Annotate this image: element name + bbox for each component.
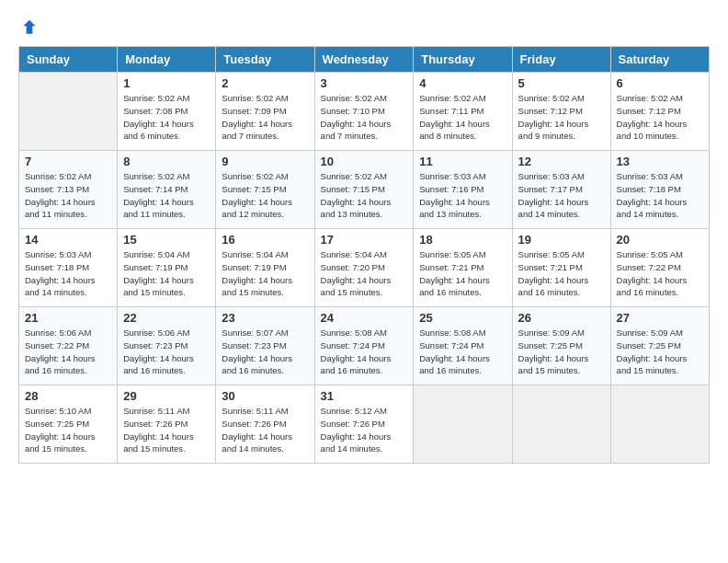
calendar-cell: 22Sunrise: 5:06 AM Sunset: 7:23 PM Dayli…: [118, 307, 216, 385]
day-number: 17: [321, 233, 408, 247]
calendar-cell: [19, 73, 118, 151]
day-info: Sunrise: 5:02 AM Sunset: 7:12 PM Dayligh…: [518, 92, 605, 143]
day-info: Sunrise: 5:02 AM Sunset: 7:09 PM Dayligh…: [222, 92, 308, 143]
day-number: 25: [419, 311, 506, 325]
column-header-monday: Monday: [118, 47, 216, 73]
day-info: Sunrise: 5:03 AM Sunset: 7:16 PM Dayligh…: [419, 170, 506, 221]
day-number: 7: [25, 155, 111, 168]
calendar-cell: 19Sunrise: 5:05 AM Sunset: 7:21 PM Dayli…: [512, 229, 610, 307]
day-number: 16: [222, 233, 308, 247]
day-number: 28: [25, 389, 111, 403]
day-info: Sunrise: 5:09 AM Sunset: 7:25 PM Dayligh…: [518, 327, 605, 377]
day-info: Sunrise: 5:11 AM Sunset: 7:26 PM Dayligh…: [123, 405, 210, 455]
day-number: 13: [617, 155, 703, 168]
day-number: 20: [617, 233, 703, 247]
day-info: Sunrise: 5:05 AM Sunset: 7:21 PM Dayligh…: [518, 248, 605, 299]
day-number: 6: [617, 76, 703, 90]
calendar-cell: 25Sunrise: 5:08 AM Sunset: 7:24 PM Dayli…: [414, 307, 512, 385]
day-number: 23: [222, 311, 308, 325]
day-info: Sunrise: 5:03 AM Sunset: 7:18 PM Dayligh…: [617, 170, 703, 221]
calendar-cell: 27Sunrise: 5:09 AM Sunset: 7:25 PM Dayli…: [610, 307, 709, 385]
day-info: Sunrise: 5:02 AM Sunset: 7:12 PM Dayligh…: [617, 92, 703, 143]
day-info: Sunrise: 5:10 AM Sunset: 7:25 PM Dayligh…: [25, 405, 111, 455]
day-number: 27: [617, 311, 703, 325]
day-info: Sunrise: 5:09 AM Sunset: 7:25 PM Dayligh…: [617, 327, 703, 377]
calendar-week-row: 1Sunrise: 5:02 AM Sunset: 7:08 PM Daylig…: [19, 73, 710, 151]
day-info: Sunrise: 5:08 AM Sunset: 7:24 PM Dayligh…: [419, 327, 506, 377]
day-number: 4: [419, 76, 506, 90]
calendar-cell: [610, 385, 709, 464]
calendar-cell: 7Sunrise: 5:02 AM Sunset: 7:13 PM Daylig…: [19, 151, 118, 229]
day-info: Sunrise: 5:08 AM Sunset: 7:24 PM Dayligh…: [321, 327, 408, 377]
calendar-cell: 28Sunrise: 5:10 AM Sunset: 7:25 PM Dayli…: [19, 385, 118, 464]
calendar-cell: 24Sunrise: 5:08 AM Sunset: 7:24 PM Dayli…: [314, 307, 414, 385]
calendar-cell: [414, 385, 512, 464]
day-info: Sunrise: 5:12 AM Sunset: 7:26 PM Dayligh…: [321, 405, 408, 455]
day-number: 31: [321, 389, 408, 403]
calendar-cell: 15Sunrise: 5:04 AM Sunset: 7:19 PM Dayli…: [118, 229, 216, 307]
page-header: [18, 18, 710, 37]
column-header-sunday: Sunday: [19, 47, 118, 73]
calendar-cell: 17Sunrise: 5:04 AM Sunset: 7:20 PM Dayli…: [314, 229, 414, 307]
day-number: 19: [518, 233, 605, 247]
calendar-cell: 10Sunrise: 5:02 AM Sunset: 7:15 PM Dayli…: [314, 151, 414, 229]
day-info: Sunrise: 5:02 AM Sunset: 7:14 PM Dayligh…: [123, 170, 210, 221]
calendar-cell: 13Sunrise: 5:03 AM Sunset: 7:18 PM Dayli…: [610, 151, 709, 229]
day-number: 30: [222, 389, 308, 403]
calendar-cell: 1Sunrise: 5:02 AM Sunset: 7:08 PM Daylig…: [118, 73, 216, 151]
day-info: Sunrise: 5:03 AM Sunset: 7:17 PM Dayligh…: [518, 170, 605, 221]
calendar-cell: 26Sunrise: 5:09 AM Sunset: 7:25 PM Dayli…: [512, 307, 610, 385]
calendar-cell: 9Sunrise: 5:02 AM Sunset: 7:15 PM Daylig…: [216, 151, 314, 229]
day-number: 12: [518, 155, 605, 168]
day-number: 8: [123, 155, 210, 168]
day-number: 10: [321, 155, 408, 168]
day-number: 29: [123, 389, 210, 403]
calendar-cell: 29Sunrise: 5:11 AM Sunset: 7:26 PM Dayli…: [118, 385, 216, 464]
day-number: 5: [518, 76, 605, 90]
day-info: Sunrise: 5:06 AM Sunset: 7:22 PM Dayligh…: [25, 327, 111, 377]
column-header-wednesday: Wednesday: [314, 47, 414, 73]
calendar-cell: 21Sunrise: 5:06 AM Sunset: 7:22 PM Dayli…: [19, 307, 118, 385]
day-number: 26: [518, 311, 605, 325]
calendar-cell: 18Sunrise: 5:05 AM Sunset: 7:21 PM Dayli…: [414, 229, 512, 307]
day-number: 21: [25, 311, 111, 325]
day-number: 2: [222, 76, 308, 90]
day-info: Sunrise: 5:04 AM Sunset: 7:19 PM Dayligh…: [222, 248, 308, 299]
day-number: 22: [123, 311, 210, 325]
day-info: Sunrise: 5:02 AM Sunset: 7:10 PM Dayligh…: [321, 92, 408, 143]
column-header-friday: Friday: [512, 47, 610, 73]
calendar-cell: 20Sunrise: 5:05 AM Sunset: 7:22 PM Dayli…: [610, 229, 709, 307]
day-number: 14: [25, 233, 111, 247]
day-number: 3: [321, 76, 408, 90]
calendar-cell: 30Sunrise: 5:11 AM Sunset: 7:26 PM Dayli…: [216, 385, 314, 464]
calendar-cell: 16Sunrise: 5:04 AM Sunset: 7:19 PM Dayli…: [216, 229, 314, 307]
day-info: Sunrise: 5:02 AM Sunset: 7:13 PM Dayligh…: [25, 170, 111, 221]
calendar-header-row: SundayMondayTuesdayWednesdayThursdayFrid…: [19, 47, 710, 73]
logo: [18, 18, 39, 37]
day-number: 18: [419, 233, 506, 247]
day-info: Sunrise: 5:05 AM Sunset: 7:22 PM Dayligh…: [617, 248, 703, 299]
calendar-cell: 23Sunrise: 5:07 AM Sunset: 7:23 PM Dayli…: [216, 307, 314, 385]
calendar-cell: 14Sunrise: 5:03 AM Sunset: 7:18 PM Dayli…: [19, 229, 118, 307]
calendar-week-row: 21Sunrise: 5:06 AM Sunset: 7:22 PM Dayli…: [19, 307, 710, 385]
day-number: 15: [123, 233, 210, 247]
day-info: Sunrise: 5:05 AM Sunset: 7:21 PM Dayligh…: [419, 248, 506, 299]
column-header-thursday: Thursday: [414, 47, 512, 73]
day-number: 11: [419, 155, 506, 168]
calendar-cell: 11Sunrise: 5:03 AM Sunset: 7:16 PM Dayli…: [414, 151, 512, 229]
column-header-saturday: Saturday: [610, 47, 709, 73]
day-info: Sunrise: 5:02 AM Sunset: 7:08 PM Dayligh…: [123, 92, 210, 143]
day-info: Sunrise: 5:02 AM Sunset: 7:15 PM Dayligh…: [222, 170, 308, 221]
calendar-cell: 3Sunrise: 5:02 AM Sunset: 7:10 PM Daylig…: [314, 73, 414, 151]
day-number: 9: [222, 155, 308, 168]
logo-icon: [20, 18, 39, 37]
calendar-week-row: 7Sunrise: 5:02 AM Sunset: 7:13 PM Daylig…: [19, 151, 710, 229]
calendar-cell: 6Sunrise: 5:02 AM Sunset: 7:12 PM Daylig…: [610, 73, 709, 151]
calendar-cell: 8Sunrise: 5:02 AM Sunset: 7:14 PM Daylig…: [118, 151, 216, 229]
day-info: Sunrise: 5:04 AM Sunset: 7:19 PM Dayligh…: [123, 248, 210, 299]
calendar-cell: 2Sunrise: 5:02 AM Sunset: 7:09 PM Daylig…: [216, 73, 314, 151]
calendar-week-row: 14Sunrise: 5:03 AM Sunset: 7:18 PM Dayli…: [19, 229, 710, 307]
day-info: Sunrise: 5:04 AM Sunset: 7:20 PM Dayligh…: [321, 248, 408, 299]
calendar-week-row: 28Sunrise: 5:10 AM Sunset: 7:25 PM Dayli…: [19, 385, 710, 464]
day-info: Sunrise: 5:02 AM Sunset: 7:11 PM Dayligh…: [419, 92, 506, 143]
